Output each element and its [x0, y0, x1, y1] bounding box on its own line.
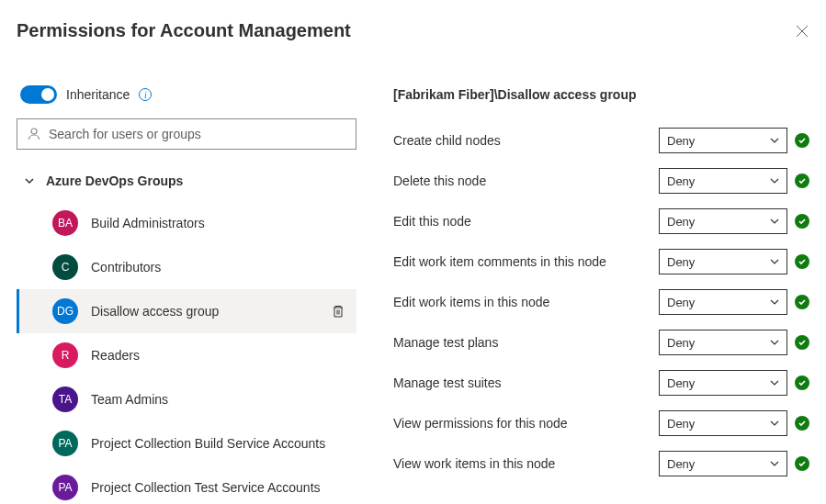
permission-label: Edit work items in this node	[393, 295, 549, 309]
delete-icon[interactable]	[331, 304, 345, 319]
chevron-down-icon	[770, 338, 779, 347]
avatar: R	[52, 342, 78, 368]
person-icon	[27, 127, 41, 141]
permission-label: Edit this node	[393, 214, 471, 229]
left-panel: Inheritance i Azure DevOps Groups BABuil…	[17, 85, 356, 504]
permission-select[interactable]: Deny	[659, 451, 787, 476]
avatar: TA	[52, 386, 78, 412]
avatar: PA	[52, 431, 78, 456]
permission-value: Deny	[667, 255, 695, 269]
permission-value: Deny	[667, 376, 695, 390]
permission-value: Deny	[667, 417, 695, 431]
permission-value: Deny	[667, 134, 695, 148]
group-name: Project Collection Build Service Account…	[91, 436, 345, 451]
groups-section-title: Azure DevOps Groups	[46, 174, 183, 188]
permission-label: Edit work item comments in this node	[393, 254, 606, 269]
chevron-down-icon	[770, 176, 779, 185]
check-icon	[795, 416, 809, 431]
check-icon	[795, 375, 809, 390]
permission-value: Deny	[667, 174, 695, 188]
permission-label: Delete this node	[393, 174, 486, 188]
close-icon[interactable]	[795, 24, 809, 39]
permission-row: Edit work items in this nodeDeny	[393, 289, 809, 315]
group-row[interactable]: CContributors	[17, 245, 356, 289]
permissions-list: Create child nodesDenyDelete this nodeDe…	[393, 128, 809, 476]
group-name: Readers	[91, 348, 345, 363]
permission-label: View work items in this node	[393, 456, 555, 471]
group-name: Contributors	[91, 260, 345, 274]
permission-label: Manage test suites	[393, 375, 502, 390]
check-icon	[795, 133, 809, 148]
permission-row: Manage test suitesDeny	[393, 370, 809, 396]
permission-row: View work items in this nodeDeny	[393, 451, 809, 476]
permission-value: Deny	[667, 215, 695, 229]
search-input[interactable]	[49, 127, 346, 141]
chevron-down-icon	[770, 459, 779, 468]
group-row[interactable]: PAProject Collection Build Service Accou…	[17, 421, 356, 465]
group-row[interactable]: BABuild Administrators	[17, 201, 356, 245]
group-list: BABuild AdministratorsCContributorsDGDis…	[17, 201, 356, 504]
permission-row: View permissions for this nodeDeny	[393, 410, 809, 436]
check-icon	[795, 174, 809, 188]
detail-title: [Fabrikam Fiber]\Disallow access group	[393, 87, 809, 102]
permission-label: View permissions for this node	[393, 416, 568, 431]
permission-select[interactable]: Deny	[659, 330, 787, 355]
inheritance-label: Inheritance	[66, 87, 130, 102]
permission-value: Deny	[667, 296, 695, 309]
chevron-down-icon	[770, 378, 779, 387]
permission-select[interactable]: Deny	[659, 128, 787, 153]
permission-select[interactable]: Deny	[659, 208, 787, 234]
group-name: Project Collection Test Service Accounts	[91, 480, 345, 495]
permission-row: Delete this nodeDeny	[393, 168, 809, 194]
right-panel: [Fabrikam Fiber]\Disallow access group C…	[393, 85, 809, 504]
group-row[interactable]: DGDisallow access group	[17, 289, 356, 333]
permission-label: Create child nodes	[393, 133, 501, 148]
group-name: Disallow access group	[91, 304, 318, 319]
inheritance-toggle[interactable]	[20, 85, 57, 104]
chevron-down-icon	[24, 175, 35, 186]
check-icon	[795, 456, 809, 471]
group-row[interactable]: TATeam Admins	[17, 377, 356, 421]
avatar: PA	[52, 475, 78, 500]
permission-value: Deny	[667, 457, 695, 471]
chevron-down-icon	[770, 297, 779, 307]
check-icon	[795, 214, 809, 229]
svg-point-0	[31, 129, 37, 134]
check-icon	[795, 254, 809, 269]
avatar: BA	[52, 210, 78, 236]
avatar: C	[52, 254, 78, 280]
permission-select[interactable]: Deny	[659, 370, 787, 396]
page-title: Permissions for Account Management	[17, 20, 351, 41]
permission-row: Edit work item comments in this nodeDeny	[393, 249, 809, 274]
permission-select[interactable]: Deny	[659, 168, 787, 194]
group-name: Build Administrators	[91, 216, 345, 230]
check-icon	[795, 335, 809, 350]
avatar: DG	[52, 298, 78, 324]
permission-value: Deny	[667, 336, 695, 350]
info-icon[interactable]: i	[139, 88, 152, 101]
check-icon	[795, 295, 809, 309]
permission-row: Edit this nodeDeny	[393, 208, 809, 234]
chevron-down-icon	[770, 217, 779, 226]
groups-section-header[interactable]: Azure DevOps Groups	[17, 161, 356, 201]
permission-select[interactable]: Deny	[659, 289, 787, 315]
chevron-down-icon	[770, 419, 779, 428]
search-box[interactable]	[17, 118, 356, 150]
permission-row: Create child nodesDeny	[393, 128, 809, 153]
chevron-down-icon	[770, 257, 779, 266]
group-row[interactable]: PAProject Collection Test Service Accoun…	[17, 465, 356, 504]
permission-row: Manage test plansDeny	[393, 330, 809, 355]
chevron-down-icon	[770, 136, 779, 145]
permission-select[interactable]: Deny	[659, 249, 787, 274]
permission-select[interactable]: Deny	[659, 410, 787, 436]
permission-label: Manage test plans	[393, 335, 498, 350]
group-name: Team Admins	[91, 392, 345, 407]
group-row[interactable]: RReaders	[17, 333, 356, 377]
